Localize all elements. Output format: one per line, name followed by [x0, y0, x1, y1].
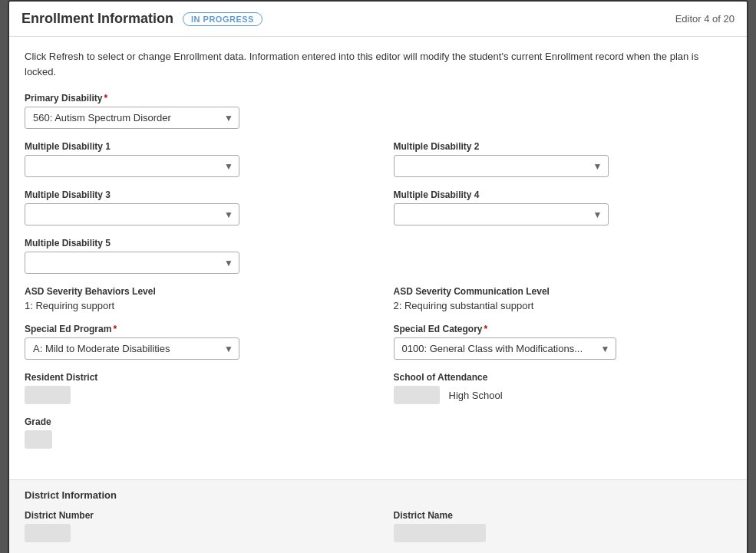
multiple-disability-5-field: Multiple Disability 5 ▼ — [25, 238, 731, 274]
resident-district-value — [25, 386, 71, 404]
special-ed-program-wrapper: A: Mild to Moderate Disabilities ▼ — [25, 337, 239, 360]
grade-field: Grade — [25, 416, 731, 449]
multiple-disability-5-label: Multiple Disability 5 — [25, 238, 731, 249]
asd-severity-row: ASD Severity Behaviors Level 1: Requirin… — [25, 286, 731, 311]
resident-district-field: Resident District — [25, 372, 363, 404]
resident-district-label: Resident District — [25, 372, 363, 383]
multiple-disability-2-field: Multiple Disability 2 ▼ — [394, 141, 732, 177]
multiple-disability-5-wrapper: ▼ — [25, 252, 239, 274]
district-info-row: District Number District Name — [25, 510, 731, 542]
special-ed-category-field: Special Ed Category* 0100: General Class… — [394, 324, 732, 360]
grade-label: Grade — [25, 416, 731, 427]
district-number-value — [25, 524, 71, 542]
multiple-disability-2-select[interactable] — [394, 155, 609, 177]
header: Enrollment Information IN PROGRESS Edito… — [9, 2, 747, 37]
school-of-attendance-id — [394, 386, 440, 404]
enrollment-window: Enrollment Information IN PROGRESS Edito… — [8, 0, 748, 553]
multi-disability-row-2: Multiple Disability 3 ▼ Multiple Disabil… — [25, 189, 731, 225]
asd-severity-communication-field: ASD Severity Communication Level 2: Requ… — [394, 286, 732, 311]
status-badge: IN PROGRESS — [183, 12, 262, 26]
multiple-disability-2-wrapper: ▼ — [394, 155, 609, 177]
multiple-disability-1-select[interactable] — [25, 155, 239, 177]
district-number-label: District Number — [25, 510, 363, 521]
special-ed-category-wrapper: 0100: General Class with Modifications..… — [394, 337, 616, 360]
primary-disability-select-wrapper: 560: Autism Spectrum Disorder ▼ — [25, 107, 239, 129]
special-ed-category-select[interactable]: 0100: General Class with Modifications..… — [394, 337, 616, 360]
multi-disability-row-1: Multiple Disability 1 ▼ Multiple Disabil… — [25, 141, 731, 177]
header-left: Enrollment Information IN PROGRESS — [21, 11, 262, 27]
page-title: Enrollment Information — [21, 11, 173, 27]
district-name-value — [394, 524, 486, 542]
multiple-disability-2-label: Multiple Disability 2 — [394, 141, 732, 152]
special-ed-program-select[interactable]: A: Mild to Moderate Disabilities — [25, 337, 239, 360]
multiple-disability-3-label: Multiple Disability 3 — [25, 189, 363, 200]
asd-severity-communication-label: ASD Severity Communication Level — [394, 286, 732, 297]
school-of-attendance-value: High School — [394, 386, 732, 404]
multiple-disability-3-select[interactable] — [25, 203, 239, 225]
special-ed-program-label: Special Ed Program* — [25, 324, 363, 334]
special-ed-category-label: Special Ed Category* — [394, 324, 732, 334]
multiple-disability-4-label: Multiple Disability 4 — [394, 189, 732, 200]
school-of-attendance-name: High School — [449, 390, 503, 401]
district-name-label: District Name — [394, 510, 732, 521]
school-of-attendance-label: School of Attendance — [394, 372, 732, 383]
multiple-disability-1-wrapper: ▼ — [25, 155, 239, 177]
multiple-disability-1-label: Multiple Disability 1 — [25, 141, 363, 152]
multiple-disability-3-wrapper: ▼ — [25, 203, 239, 225]
district-section-title: District Information — [25, 489, 731, 501]
multiple-disability-5-select[interactable] — [25, 252, 239, 274]
asd-severity-behaviors-field: ASD Severity Behaviors Level 1: Requirin… — [25, 286, 363, 311]
multiple-disability-1-field: Multiple Disability 1 ▼ — [25, 141, 363, 177]
primary-disability-field: Primary Disability* 560: Autism Spectrum… — [25, 93, 731, 129]
district-number-field: District Number — [25, 510, 363, 542]
asd-severity-communication-value: 2: Requiring substantial support — [394, 300, 732, 311]
school-of-attendance-field: School of Attendance High School — [394, 372, 732, 404]
main-content: Click Refresh to select or change Enroll… — [9, 37, 747, 479]
description-text: Click Refresh to select or change Enroll… — [25, 49, 731, 79]
primary-disability-label: Primary Disability* — [25, 93, 731, 104]
asd-severity-behaviors-value: 1: Requiring support — [25, 300, 363, 311]
special-ed-row: Special Ed Program* A: Mild to Moderate … — [25, 324, 731, 360]
multiple-disability-4-field: Multiple Disability 4 ▼ — [394, 189, 732, 225]
asd-severity-behaviors-label: ASD Severity Behaviors Level — [25, 286, 363, 297]
multiple-disability-4-wrapper: ▼ — [394, 203, 609, 225]
editor-counter: Editor 4 of 20 — [675, 13, 735, 25]
special-ed-program-field: Special Ed Program* A: Mild to Moderate … — [25, 324, 363, 360]
primary-disability-select[interactable]: 560: Autism Spectrum Disorder — [25, 107, 239, 129]
multiple-disability-3-field: Multiple Disability 3 ▼ — [25, 189, 363, 225]
form-section: Primary Disability* 560: Autism Spectrum… — [25, 93, 731, 467]
grade-value — [25, 430, 52, 449]
district-section: District Information District Number Dis… — [9, 479, 747, 553]
multiple-disability-4-select[interactable] — [394, 203, 609, 225]
district-name-field: District Name — [394, 510, 732, 542]
district-school-row: Resident District School of Attendance H… — [25, 372, 731, 404]
